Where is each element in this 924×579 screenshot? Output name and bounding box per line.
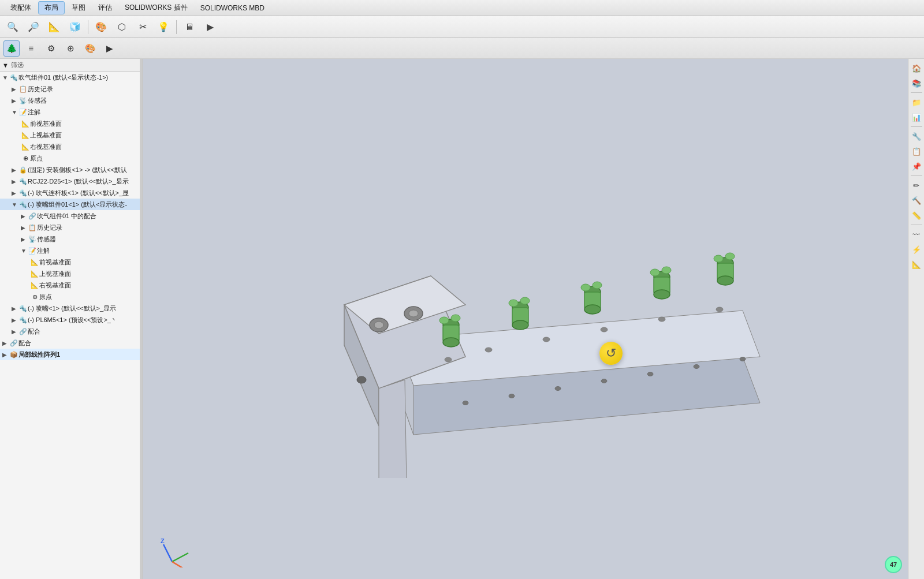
- pattern-icon: 📦: [9, 350, 18, 359]
- plane-icon: 📐: [21, 130, 30, 140]
- plane-icon: 📐: [30, 257, 39, 267]
- property-tab[interactable]: ≡: [23, 40, 39, 57]
- tree-filter-bar[interactable]: ▼ 筛选: [0, 59, 143, 72]
- hammer-btn[interactable]: 🔨: [910, 193, 923, 207]
- top-plane-item-1[interactable]: 📐 上视基准面: [0, 129, 143, 141]
- mates-in-item[interactable]: ▶ 🔗 吹气组件01 中的配合: [0, 210, 143, 222]
- tree-arrow: ▶: [21, 236, 28, 242]
- mates-in-label: 吹气组件01 中的配合: [37, 212, 96, 221]
- svg-point-7: [374, 322, 383, 328]
- sensor-label-1: 传感器: [28, 96, 47, 105]
- main-toolbar: 🔍 🔎 📐 🧊 🎨 ⬡ ✂ 💡 🖥 ▶: [0, 16, 924, 38]
- notes-item-1[interactable]: ▼ 📝 注解: [0, 106, 143, 118]
- svg-point-45: [725, 253, 735, 260]
- wave-btn[interactable]: 〰: [910, 227, 923, 241]
- right-plane-item-2[interactable]: 📐 右视基准面: [0, 279, 143, 291]
- bolt-btn[interactable]: ⚡: [910, 242, 923, 256]
- right-plane-item-1[interactable]: 📐 右视基准面: [0, 141, 143, 152]
- origin-item-2[interactable]: ⊕ 原点: [0, 291, 143, 302]
- badge-number: 47: [890, 561, 897, 568]
- front-plane-item-2[interactable]: 📐 前视基准面: [0, 256, 143, 268]
- dxf-tab[interactable]: ⊕: [62, 40, 79, 57]
- bookmark-btn[interactable]: 📚: [910, 76, 923, 90]
- view-cube-btn[interactable]: 🧊: [66, 18, 84, 36]
- link-plate-item[interactable]: ▶ 🔩 (-) 吹气连杆板<1> (默认<<默认>_显: [0, 187, 143, 199]
- nozzle-item[interactable]: ▶ 🔩 (-) 喷嘴<1> (默认<<默认>_显示: [0, 302, 143, 314]
- front-plane-item-1[interactable]: 📐 前视基准面: [0, 118, 143, 129]
- top-plane-item-2[interactable]: 📐 上视基准面: [0, 268, 143, 279]
- mount-plate-item[interactable]: ▶ 🔒 (固定) 安装侧板<1> -> (默认<<默认: [0, 164, 143, 175]
- wireframe-btn[interactable]: ⬡: [113, 18, 131, 36]
- tree-arrow: ▶: [12, 190, 18, 196]
- history-item-2[interactable]: ▶ 📋 历史记录: [0, 222, 143, 233]
- settings-btn[interactable]: 🔧: [910, 129, 923, 143]
- history-icon: 📋: [18, 84, 28, 94]
- left-panel-toolbar: 🌲 ≡ ⚙ ⊕ 🎨 ▶: [0, 38, 924, 59]
- notes-label-2: 注解: [37, 246, 50, 255]
- pattern-item[interactable]: ▶ 📦 局部线性阵列1: [0, 349, 143, 360]
- svg-point-19: [658, 317, 665, 322]
- sensor-item-2[interactable]: ▶ 📡 传感器: [0, 233, 143, 245]
- tree-arrow: ▶: [12, 98, 18, 104]
- tree-arrow: ▼: [12, 201, 18, 208]
- pin-btn[interactable]: 📌: [910, 159, 923, 173]
- menu-item-sw-mbd[interactable]: SOLIDWORKS MBD: [195, 3, 270, 13]
- origin-item-1[interactable]: ⊕ 原点: [0, 152, 143, 164]
- history-item-1[interactable]: ▶ 📋 历史记录: [0, 83, 143, 95]
- svg-point-44: [714, 255, 723, 262]
- menu-item-evaluate[interactable]: 评估: [92, 2, 118, 14]
- pl6m5-item[interactable]: ▶ 🔩 (-) PL6M5<1> (预设<<预设>_丶: [0, 314, 143, 326]
- tree-arrow: ▶: [12, 167, 18, 173]
- sensor-label-2: 传感器: [37, 235, 56, 244]
- config-tab[interactable]: ⚙: [43, 40, 59, 57]
- tree-root-item[interactable]: ▼ 🔩 吹气组件01 (默认<显示状态-1>): [0, 72, 143, 83]
- tree-arrow: ▶: [12, 178, 18, 185]
- sensor-item-1[interactable]: ▶ 📡 传感器: [0, 95, 143, 106]
- tree-root-label: 吹气组件01 (默认<显示状态-1>): [18, 73, 108, 82]
- home-btn[interactable]: 🏠: [910, 61, 923, 75]
- svg-point-16: [485, 348, 492, 352]
- toolbar-sep2: [176, 20, 177, 34]
- monitor-btn[interactable]: 🖥: [180, 18, 199, 36]
- corner-badge: 47: [885, 556, 902, 573]
- mates-item[interactable]: ▶ 🔗 配合: [0, 326, 143, 337]
- pattern-label: 局部线性阵列1: [18, 350, 60, 359]
- svg-point-52: [740, 357, 746, 361]
- menu-item-layout[interactable]: 布局: [38, 1, 65, 14]
- rcj22-item[interactable]: ▶ 🔩 RCJ22-D25<1> (默认<<默认>_显示: [0, 175, 143, 187]
- svg-point-43: [717, 276, 733, 285]
- rp-separator-4: [911, 225, 922, 225]
- section-view-btn[interactable]: ✂: [133, 18, 152, 36]
- svg-point-33: [584, 305, 601, 314]
- sensor-icon: 📡: [18, 96, 28, 105]
- edit-btn[interactable]: ✏: [910, 178, 923, 192]
- panel-resize-handle[interactable]: [140, 59, 143, 579]
- notes-item-2[interactable]: ▼ 📝 注解: [0, 245, 143, 256]
- pl6m5-label: (-) PL6M5<1> (预设<<预设>_丶: [28, 316, 117, 324]
- 3d-viewport[interactable]: ↺ Z Y X 47: [143, 59, 908, 579]
- mates-root-item[interactable]: ▶ 🔗 配合: [0, 337, 143, 349]
- render-btn[interactable]: 💡: [154, 18, 173, 36]
- ruler2-btn[interactable]: 📐: [910, 257, 923, 271]
- search-btn[interactable]: 🔍: [3, 18, 22, 36]
- expand-btn[interactable]: ▶: [102, 40, 118, 57]
- display-mode-btn[interactable]: 🎨: [92, 18, 110, 36]
- chart-btn[interactable]: 📊: [910, 110, 923, 124]
- notes-label-1: 注解: [28, 108, 40, 117]
- display-tab[interactable]: 🎨: [82, 40, 98, 57]
- menu-item-assembly[interactable]: 装配体: [5, 2, 37, 14]
- feature-tree-tab[interactable]: 🌲: [3, 40, 20, 57]
- menu-item-sw-plugin[interactable]: SOLIDWORKS 插件: [119, 2, 193, 14]
- list-btn[interactable]: 📋: [910, 144, 923, 158]
- folder-btn[interactable]: 📁: [910, 95, 923, 109]
- svg-point-46: [463, 401, 468, 405]
- nozzle-assy-item[interactable]: ▼ 🔩 (-) 喷嘴组件01<1> (默认<显示状态-: [0, 199, 143, 210]
- menu-item-sketch[interactable]: 草图: [66, 2, 91, 14]
- view-orient-btn[interactable]: 📐: [45, 18, 64, 36]
- tree-arrow: ▶: [12, 317, 18, 323]
- more-btn[interactable]: ▶: [201, 18, 219, 36]
- tree-arrow: ▶: [21, 225, 28, 231]
- zoom-btn[interactable]: 🔎: [24, 18, 43, 36]
- ruler-btn[interactable]: 📏: [910, 208, 923, 222]
- top-plane-label-1: 上视基准面: [30, 131, 62, 140]
